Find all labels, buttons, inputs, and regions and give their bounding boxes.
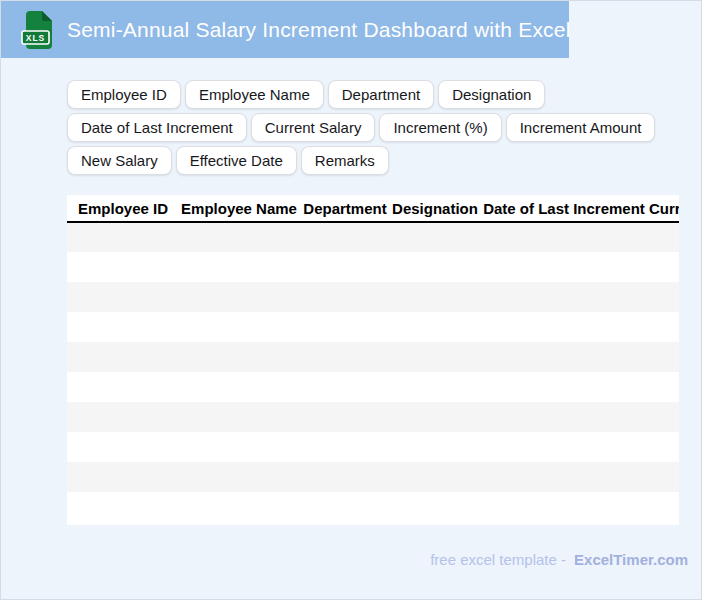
footer-text: free excel template - <box>430 551 566 568</box>
table-cell <box>479 462 649 492</box>
table-cell <box>179 402 299 432</box>
field-chip-department[interactable]: Department <box>328 80 434 109</box>
table-cell <box>391 252 479 282</box>
table-cell <box>479 342 649 372</box>
table-row <box>67 222 679 252</box>
field-chip-employee-id[interactable]: Employee ID <box>67 80 181 109</box>
table-cell <box>299 222 391 252</box>
table-cell <box>391 432 479 462</box>
column-header: Employee Name <box>179 195 299 222</box>
table-cell <box>299 462 391 492</box>
table-row <box>67 462 679 492</box>
table-row <box>67 282 679 312</box>
footer: free excel template -ExcelTimer.com <box>430 551 688 568</box>
field-chip-date-of-last-increment[interactable]: Date of Last Increment <box>67 113 247 142</box>
table-cell <box>649 312 679 342</box>
table-cell <box>67 462 179 492</box>
table-cell <box>299 372 391 402</box>
table-cell <box>179 492 299 522</box>
xls-file-icon: XLS <box>21 10 53 50</box>
table-cell <box>649 282 679 312</box>
table-cell <box>391 342 479 372</box>
field-chips: Employee IDEmployee NameDepartmentDesign… <box>67 80 695 175</box>
table-cell <box>179 222 299 252</box>
table-cell <box>179 342 299 372</box>
table-cell <box>299 342 391 372</box>
table-cell <box>179 462 299 492</box>
table-cell <box>479 432 649 462</box>
table-cell <box>391 282 479 312</box>
table-cell <box>649 402 679 432</box>
table-cell <box>479 222 649 252</box>
table-cell <box>479 312 649 342</box>
table-cell <box>479 492 649 522</box>
table-cell <box>649 432 679 462</box>
field-chip-designation[interactable]: Designation <box>438 80 545 109</box>
column-header: Employee ID <box>67 195 179 222</box>
table-cell <box>649 252 679 282</box>
table-row <box>67 342 679 372</box>
dashboard-table-wrap: Employee IDEmployee NameDepartmentDesign… <box>67 195 679 525</box>
column-header: Department <box>299 195 391 222</box>
table-cell <box>649 462 679 492</box>
page-title: Semi-Annual Salary Increment Dashboard w… <box>67 18 571 42</box>
table-cell <box>391 372 479 402</box>
table-row <box>67 252 679 282</box>
table-cell <box>299 432 391 462</box>
table-cell <box>179 252 299 282</box>
table-cell <box>391 492 479 522</box>
table-cell <box>67 222 179 252</box>
table-cell <box>179 282 299 312</box>
table-cell <box>67 282 179 312</box>
app-header: XLS Semi-Annual Salary Increment Dashboa… <box>1 1 569 58</box>
table-cell <box>479 402 649 432</box>
table-cell <box>67 252 179 282</box>
table-cell <box>299 492 391 522</box>
table-cell <box>479 372 649 402</box>
column-header: Designation <box>391 195 479 222</box>
table-cell <box>391 462 479 492</box>
table-cell <box>299 312 391 342</box>
table-cell <box>67 402 179 432</box>
table-cell <box>391 402 479 432</box>
field-chip-increment[interactable]: Increment (%) <box>379 113 501 142</box>
table-cell <box>649 492 679 522</box>
table-cell <box>649 222 679 252</box>
field-chip-employee-name[interactable]: Employee Name <box>185 80 324 109</box>
table-row <box>67 402 679 432</box>
table-cell <box>67 372 179 402</box>
field-chip-increment-amount[interactable]: Increment Amount <box>506 113 656 142</box>
table-cell <box>67 312 179 342</box>
field-chip-current-salary[interactable]: Current Salary <box>251 113 376 142</box>
table-cell <box>649 372 679 402</box>
footer-brand-link[interactable]: ExcelTimer.com <box>574 551 688 568</box>
table-row <box>67 312 679 342</box>
table-row <box>67 372 679 402</box>
field-chip-new-salary[interactable]: New Salary <box>67 146 172 175</box>
table-cell <box>479 282 649 312</box>
table-cell <box>391 312 479 342</box>
table-cell <box>67 492 179 522</box>
table-row <box>67 432 679 462</box>
table-cell <box>479 252 649 282</box>
column-header: Date of Last Increment <box>479 195 649 222</box>
table-cell <box>299 252 391 282</box>
table-cell <box>179 312 299 342</box>
table-cell <box>67 342 179 372</box>
table-body <box>67 222 679 522</box>
table-cell <box>391 222 479 252</box>
table-header-row: Employee IDEmployee NameDepartmentDesign… <box>67 195 679 222</box>
table-cell <box>649 342 679 372</box>
field-chip-effective-date[interactable]: Effective Date <box>176 146 297 175</box>
table-row <box>67 492 679 522</box>
table-cell <box>299 282 391 312</box>
table-cell <box>179 372 299 402</box>
table-cell <box>179 432 299 462</box>
column-header: Current Salary <box>649 195 679 222</box>
page: XLS Semi-Annual Salary Increment Dashboa… <box>0 0 702 600</box>
table-cell <box>299 402 391 432</box>
table-cell <box>67 432 179 462</box>
xls-badge-text: XLS <box>26 33 46 43</box>
dashboard-table: Employee IDEmployee NameDepartmentDesign… <box>67 195 679 522</box>
field-chip-remarks[interactable]: Remarks <box>301 146 389 175</box>
